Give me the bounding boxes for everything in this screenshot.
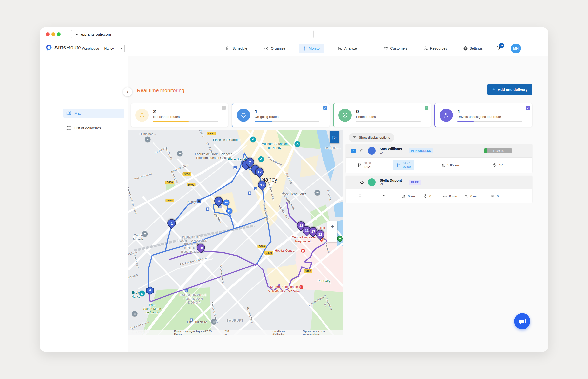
service-time-stat: 0 min xyxy=(464,189,478,203)
antsroute-logo-icon xyxy=(45,44,52,51)
road-badge: D400 xyxy=(257,245,266,248)
chat-launcher-button[interactable] xyxy=(514,313,530,329)
locate-icon[interactable] xyxy=(359,148,365,154)
museum-poi-icon[interactable] xyxy=(295,141,300,147)
window-minimize-button[interactable] xyxy=(51,32,55,36)
address-bar[interactable]: app.antsroute.com xyxy=(71,30,314,38)
vehicle-position-marker[interactable] xyxy=(223,200,230,206)
camera-poi-icon[interactable] xyxy=(250,137,256,142)
hospital-icon[interactable]: H xyxy=(299,285,304,289)
stat-label: Drivers unassigned to a route xyxy=(457,115,522,119)
education-poi-icon[interactable] xyxy=(145,137,151,142)
calendar-icon xyxy=(226,46,231,51)
driver-avatar xyxy=(368,147,376,155)
chat-icon xyxy=(518,317,526,325)
notifications-button[interactable]: 32 xyxy=(495,45,501,52)
browser-toolbar: app.antsroute.com xyxy=(40,27,548,41)
sidebar-item-map[interactable]: Map xyxy=(63,109,124,118)
stat-checkbox[interactable] xyxy=(222,106,226,110)
stops-stat: 17 xyxy=(492,158,503,173)
camera-poi-icon[interactable] xyxy=(258,156,264,162)
stat-card-not-started-routes: 2 Not started routes xyxy=(131,103,228,127)
tab-monitor[interactable]: Monitor xyxy=(299,44,324,53)
driver-avatar xyxy=(368,178,376,186)
map-zoom-control: + − xyxy=(327,221,337,242)
locate-icon[interactable] xyxy=(359,180,365,185)
finish-flag-icon xyxy=(396,163,401,168)
tab-organize[interactable]: Organize xyxy=(261,44,288,53)
stat-checkbox[interactable] xyxy=(526,106,530,110)
stat-label: Not started routes xyxy=(153,115,218,119)
driver-row[interactable]: ✓ Sam Williams v2 IN PROGRESS 11.76 % ⋯ xyxy=(346,144,532,157)
driver-checkbox[interactable]: ✓ xyxy=(351,149,356,153)
chevron-left-icon: ‹ xyxy=(127,89,128,94)
tram-stop-icon[interactable] xyxy=(185,289,188,292)
route-stats-cards: 2 Not started routes 1 On-going routes 0… xyxy=(131,103,532,127)
road-badge: D657 xyxy=(207,132,216,135)
tram-stop-icon[interactable] xyxy=(206,208,209,211)
start-time-stat: 08:0012:21 xyxy=(357,158,372,173)
zoom-out-button[interactable]: − xyxy=(327,232,337,242)
driver-card-sam-williams: ✓ Sam Williams v2 IN PROGRESS 11.76 % ⋯ … xyxy=(346,144,532,173)
stops-stat: 0 xyxy=(423,189,431,203)
museum-poi-icon[interactable] xyxy=(211,319,217,325)
distance-stat: 0 km xyxy=(401,189,415,203)
window-close-button[interactable] xyxy=(46,32,50,36)
flag-icon xyxy=(358,194,362,199)
stat-checkbox[interactable] xyxy=(425,106,428,110)
app-header: AntsRoute Warehouse Nancy ▾ Schedule Org… xyxy=(40,41,548,56)
sidebar: Map List of deliveries xyxy=(40,56,127,352)
window-fullscreen-button[interactable] xyxy=(57,32,61,36)
brand-name: AntsRoute xyxy=(54,45,81,51)
driver-vehicle: v2 xyxy=(380,151,402,155)
flag-icon xyxy=(357,163,362,168)
person-icon xyxy=(464,194,468,199)
gauge-icon xyxy=(264,46,269,51)
main-nav: Schedule Organize Monitor Analyze xyxy=(223,41,360,56)
terms-link[interactable]: Conditions d'utilisation xyxy=(273,330,297,335)
vehicle-position-marker[interactable] xyxy=(226,208,233,214)
add-one-delivery-button[interactable]: + Add one delivery xyxy=(487,84,532,95)
tram-stop-icon[interactable] xyxy=(248,192,251,195)
tram-stop-icon[interactable] xyxy=(190,319,193,322)
map-icon xyxy=(66,111,71,116)
zoom-in-button[interactable]: + xyxy=(327,221,337,232)
stat-progress xyxy=(255,121,319,122)
tab-schedule[interactable]: Schedule xyxy=(223,44,250,53)
map-canvas[interactable]: HHH Humaines...Place de la CarrièreMuséu… xyxy=(128,130,343,335)
warehouse-select[interactable]: Nancy ▾ xyxy=(102,45,125,52)
map-scale-bar xyxy=(238,332,260,333)
school-poi-icon[interactable] xyxy=(139,291,145,296)
education-poi-icon[interactable] xyxy=(315,190,320,196)
checklist-icon xyxy=(66,125,71,131)
sidebar-item-list-of-deliveries[interactable]: List of deliveries xyxy=(63,123,124,133)
stat-card-unassigned-drivers: 1 Drivers unassigned to a route xyxy=(434,103,532,127)
museum-poi-icon[interactable] xyxy=(142,231,148,237)
stat-label: Ended routes xyxy=(356,115,421,119)
train-station-icon[interactable] xyxy=(197,199,201,203)
driver-card-stella-dupont: Stella Dupont v3 FREE 0 km 0 0 xyxy=(346,176,532,203)
antsroute-logo[interactable]: AntsRoute xyxy=(45,44,81,51)
driver-menu-button[interactable]: ⋯ xyxy=(522,150,527,152)
stat-checkbox[interactable] xyxy=(323,106,327,110)
road-icon xyxy=(401,194,406,199)
driver-row[interactable]: Stella Dupont v3 FREE xyxy=(346,176,532,189)
tab-analyze[interactable]: Analyze xyxy=(335,44,360,53)
location-pin-icon xyxy=(492,163,497,168)
expand-panel-button[interactable]: ▷ xyxy=(330,131,339,143)
report-error-link[interactable]: Signaler une erreur cartographique xyxy=(303,330,341,335)
link-resources[interactable]: Resources xyxy=(420,44,450,53)
stat-card-ongoing-routes: 1 On-going routes xyxy=(232,103,330,127)
tram-stop-icon[interactable] xyxy=(254,187,257,190)
user-avatar[interactable]: MH xyxy=(511,44,521,53)
sidebar-collapse-button[interactable]: ‹ xyxy=(123,87,132,96)
link-customers[interactable]: Customers xyxy=(381,44,410,53)
driving-time-stat: 0 min xyxy=(443,189,457,203)
show-display-options-button[interactable]: Show display options xyxy=(349,133,394,142)
hospital-icon[interactable]: H xyxy=(301,248,305,253)
tram-stop-icon[interactable] xyxy=(234,166,237,169)
museum-poi-icon[interactable] xyxy=(132,311,138,317)
link-settings[interactable]: Settings xyxy=(460,44,486,53)
education-poi-icon[interactable] xyxy=(177,151,183,156)
person-icon xyxy=(440,109,453,122)
